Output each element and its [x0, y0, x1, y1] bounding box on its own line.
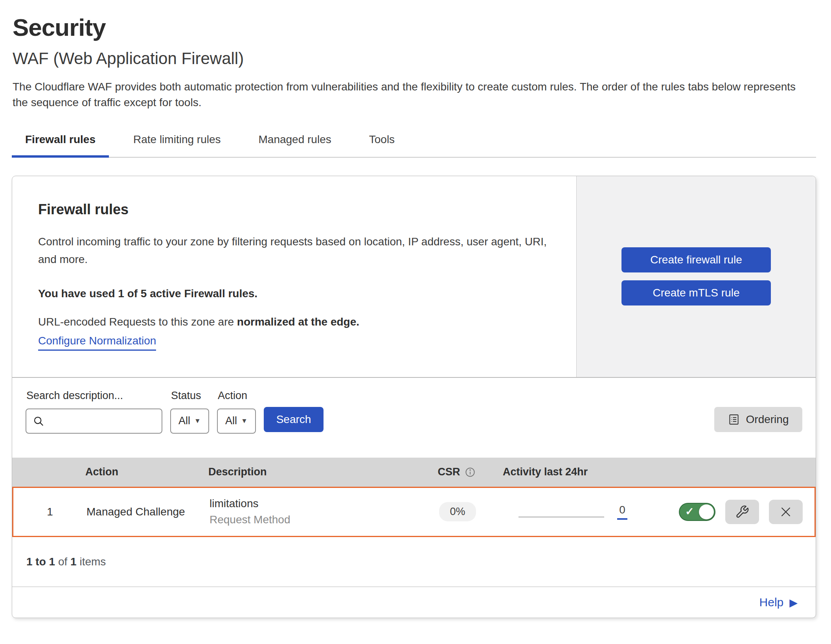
table-row[interactable]: 1 Managed Challenge limitations Request …	[12, 487, 816, 537]
tab-bar: Firewall rules Rate limiting rules Manag…	[12, 129, 816, 158]
search-box	[26, 408, 162, 434]
page-title: Security	[13, 13, 831, 41]
csr-badge: 0%	[439, 502, 476, 521]
status-label: Status	[171, 390, 209, 402]
create-firewall-rule-button[interactable]: Create firewall rule	[621, 247, 771, 272]
delete-rule-button[interactable]	[769, 500, 803, 524]
pagination-summary: 1 to 1 of 1 items	[12, 537, 816, 587]
row-index: 1	[13, 506, 86, 518]
tab-firewall-rules[interactable]: Firewall rules	[12, 129, 109, 157]
check-icon: ✓	[685, 505, 694, 517]
tab-managed-rules[interactable]: Managed rules	[245, 129, 345, 157]
search-label: Search description...	[26, 390, 162, 402]
header-activity: Activity last 24hr	[500, 466, 816, 478]
ordering-button[interactable]: Ordering	[714, 407, 802, 432]
row-description-sub: Request Method	[210, 513, 414, 526]
header-csr: CSR	[413, 466, 500, 478]
status-group: Status All ▼	[170, 390, 209, 434]
action-dropdown[interactable]: All ▼	[217, 408, 256, 434]
row-csr: 0%	[414, 502, 501, 521]
row-activity: 0 ✓	[501, 500, 814, 524]
normalization-note: URL-encoded Requests to this zone are no…	[38, 316, 553, 328]
toggle-knob	[699, 504, 714, 519]
wrench-icon	[735, 505, 749, 519]
search-button[interactable]: Search	[264, 407, 324, 432]
search-input[interactable]	[49, 409, 159, 433]
ordering-button-label: Ordering	[746, 413, 789, 426]
header-csr-label: CSR	[438, 466, 460, 478]
card-heading: Firewall rules	[38, 201, 553, 218]
chevron-down-icon: ▼	[241, 417, 248, 425]
activity-count-link[interactable]: 0	[619, 504, 625, 516]
card-top-section: Firewall rules Control incoming traffic …	[12, 176, 816, 378]
help-link[interactable]: Help ▶	[759, 596, 798, 609]
action-dropdown-value: All	[225, 415, 237, 427]
normalization-text: URL-encoded Requests to this zone are	[38, 316, 237, 328]
status-dropdown-value: All	[178, 415, 190, 427]
create-mtls-rule-button[interactable]: Create mTLS rule	[621, 280, 771, 305]
filter-bar: Search description... Status All ▼ Actio…	[12, 378, 816, 458]
action-group: Action All ▼	[217, 390, 256, 434]
close-icon	[779, 505, 792, 519]
tab-rate-limiting-rules[interactable]: Rate limiting rules	[120, 129, 234, 157]
card-actions-panel: Create firewall rule Create mTLS rule	[576, 176, 816, 377]
row-description-main: limitations	[210, 497, 414, 510]
page-description: The Cloudflare WAF provides both automat…	[13, 79, 811, 110]
card-info: Firewall rules Control incoming traffic …	[12, 176, 576, 377]
of-text: of	[55, 556, 70, 568]
rule-enabled-toggle[interactable]: ✓	[679, 503, 715, 521]
card-description: Control incoming traffic to your zone by…	[38, 233, 549, 269]
activity-sparkline	[518, 517, 604, 517]
header-action: Action	[85, 466, 208, 478]
table-header: Action Description CSR Activity last 24h…	[12, 458, 816, 487]
count-text: 1	[70, 556, 77, 568]
header-description: Description	[208, 466, 413, 478]
items-text: items	[77, 556, 106, 568]
help-label: Help	[759, 596, 784, 609]
normalization-bold: normalized at the edge.	[237, 316, 359, 328]
edit-rule-button[interactable]	[725, 500, 759, 524]
row-description: limitations Request Method	[210, 497, 414, 526]
page-subtitle: WAF (Web Application Firewall)	[13, 49, 831, 68]
configure-normalization-link[interactable]: Configure Normalization	[38, 335, 156, 351]
usage-summary: You have used 1 of 5 active Firewall rul…	[38, 287, 553, 300]
activity-underline	[617, 518, 627, 520]
activity-value: 0	[617, 504, 627, 520]
row-action: Managed Challenge	[86, 506, 210, 518]
search-group: Search description...	[26, 390, 162, 434]
ordering-list-icon	[728, 414, 740, 425]
firewall-rules-card: Firewall rules Control incoming traffic …	[12, 176, 816, 618]
action-label: Action	[218, 390, 256, 402]
tab-tools[interactable]: Tools	[356, 129, 408, 157]
chevron-down-icon: ▼	[194, 417, 201, 425]
search-icon	[33, 415, 44, 427]
help-arrow-icon: ▶	[789, 596, 798, 609]
status-dropdown[interactable]: All ▼	[170, 408, 209, 434]
range-text: 1 to 1	[26, 556, 55, 568]
row-controls: ✓	[679, 500, 814, 524]
help-row: Help ▶	[12, 587, 816, 618]
info-icon[interactable]	[465, 467, 475, 477]
